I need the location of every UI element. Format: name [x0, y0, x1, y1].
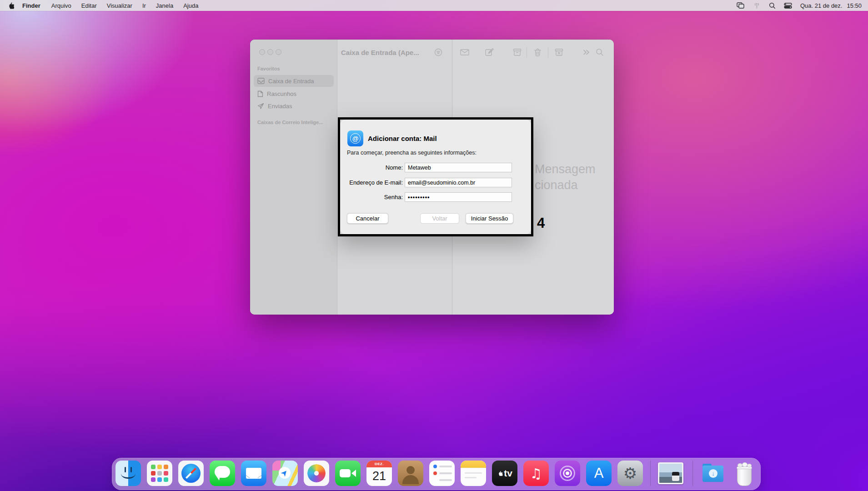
dock-safari-icon[interactable] — [178, 461, 204, 486]
hotspot-icon[interactable] — [753, 2, 761, 9]
junk-icon[interactable] — [555, 48, 563, 56]
mail-account-icon: @ — [347, 130, 363, 146]
filter-icon[interactable] — [434, 48, 442, 56]
menubar-date[interactable]: Qua. 21 de dez. — [800, 2, 843, 9]
get-mail-icon[interactable] — [460, 48, 468, 56]
sidebar-item-drafts[interactable]: Rascunhos — [254, 88, 334, 100]
sidebar-item-label: Rascunhos — [267, 90, 296, 97]
menu-arquivo[interactable]: Arquivo — [51, 2, 71, 9]
stage-manager-icon[interactable] — [737, 2, 745, 9]
no-message-selected-text: Mensagem cionada — [535, 161, 596, 193]
name-row: Nome: — [340, 163, 531, 172]
spotlight-icon[interactable] — [769, 2, 776, 9]
document-icon — [257, 90, 263, 97]
minimize-window-button[interactable] — [267, 49, 273, 55]
dock-photos-icon[interactable] — [304, 461, 329, 486]
sign-in-button[interactable]: Iniciar Sessão — [466, 213, 513, 224]
dock-settings-icon[interactable]: ⚙ — [617, 461, 643, 486]
menu-visualizar[interactable]: Visualizar — [107, 2, 132, 9]
email-label: Endereço de E-mail: — [340, 179, 403, 186]
password-field[interactable] — [405, 192, 512, 202]
calendar-month-label: DEZ. — [366, 461, 392, 467]
password-row: Senha: — [340, 192, 531, 202]
dock-calendar-icon[interactable]: DEZ. 21 — [366, 461, 392, 486]
menu-editar[interactable]: Editar — [81, 2, 97, 9]
inbox-icon — [257, 78, 265, 84]
menu-janela[interactable]: Janela — [156, 2, 173, 9]
dock-finder-icon[interactable] — [115, 461, 141, 486]
dock-appletv-icon[interactable]: tv — [492, 461, 517, 486]
menu-ajuda[interactable]: Ajuda — [183, 2, 198, 9]
menu-ir[interactable]: Ir — [142, 2, 146, 9]
appletv-label: tv — [504, 468, 512, 479]
sidebar-item-inbox[interactable]: Caixa de Entrada — [254, 75, 334, 87]
window-title: Caixa de Entrada (Ape... — [341, 49, 419, 56]
toolbar-separator — [548, 47, 548, 58]
dock-notes-icon[interactable] — [461, 461, 486, 486]
search-icon[interactable] — [596, 48, 604, 56]
paper-plane-icon — [257, 103, 264, 110]
dock-launchpad-icon[interactable] — [147, 461, 172, 486]
control-center-icon[interactable] — [784, 3, 792, 9]
dialog-subtitle: Para começar, preencha as seguintes info… — [347, 150, 477, 156]
dock-minimized-window-thumbnail[interactable] — [658, 461, 685, 486]
email-field[interactable] — [405, 178, 512, 187]
toolbar-overflow-icon[interactable] — [582, 48, 590, 56]
dock-downloads-folder-icon[interactable]: ↓ — [700, 461, 726, 486]
dock-maps-icon[interactable] — [272, 461, 298, 486]
zoom-window-button[interactable] — [276, 49, 281, 55]
dock-separator — [650, 461, 651, 486]
trash-icon[interactable] — [534, 48, 542, 56]
dock-podcasts-icon[interactable] — [555, 461, 580, 486]
dock-facetime-icon[interactable] — [335, 461, 361, 486]
sidebar-smart-mailboxes-header: Caixas de Correio Intelige... — [257, 120, 323, 125]
dock-contacts-icon[interactable] — [398, 461, 423, 486]
dock: DEZ. 21 tv ♫ A ⚙ ↓ — [112, 458, 761, 490]
close-window-button[interactable] — [259, 49, 265, 55]
menu-bar: Finder Arquivo Editar Visualizar Ir Jane… — [0, 0, 868, 11]
dock-messages-icon[interactable] — [210, 461, 235, 486]
name-field[interactable] — [405, 163, 512, 172]
apple-menu-icon[interactable] — [7, 2, 14, 10]
compose-icon[interactable] — [485, 48, 493, 56]
dock-reminders-icon[interactable] — [429, 461, 455, 486]
dock-appstore-icon[interactable]: A — [586, 461, 612, 486]
dock-trash-icon[interactable] — [732, 461, 757, 486]
archive-icon[interactable] — [513, 48, 521, 56]
cancel-button[interactable]: Cancelar — [347, 213, 388, 224]
name-label: Nome: — [340, 164, 403, 171]
dock-music-icon[interactable]: ♫ — [523, 461, 549, 486]
annotation-rectangle: @ Adicionar conta: Mail Para começar, pr… — [338, 117, 533, 236]
calendar-day-label: 21 — [366, 467, 392, 485]
annotation-number: 4 — [537, 215, 545, 231]
sidebar-item-sent[interactable]: Enviadas — [254, 100, 334, 112]
password-label: Senha: — [340, 194, 403, 200]
dock-separator — [692, 461, 693, 486]
sidebar-item-label: Caixa de Entrada — [268, 78, 314, 85]
add-account-dialog: @ Adicionar conta: Mail Para começar, pr… — [340, 120, 531, 234]
menu-finder[interactable]: Finder — [22, 2, 40, 9]
dock-mail-icon[interactable] — [241, 461, 266, 486]
back-button: Voltar — [420, 213, 459, 224]
email-row: Endereço de E-mail: — [340, 178, 531, 187]
sidebar-item-label: Enviadas — [268, 103, 292, 110]
toolbar-separator — [527, 47, 527, 58]
menubar-time[interactable]: 15:50 — [847, 2, 862, 9]
dialog-title: Adicionar conta: Mail — [368, 135, 437, 142]
sidebar-favorites-header: Favoritos — [257, 66, 280, 71]
desktop: Finder Arquivo Editar Visualizar Ir Jane… — [0, 0, 868, 491]
